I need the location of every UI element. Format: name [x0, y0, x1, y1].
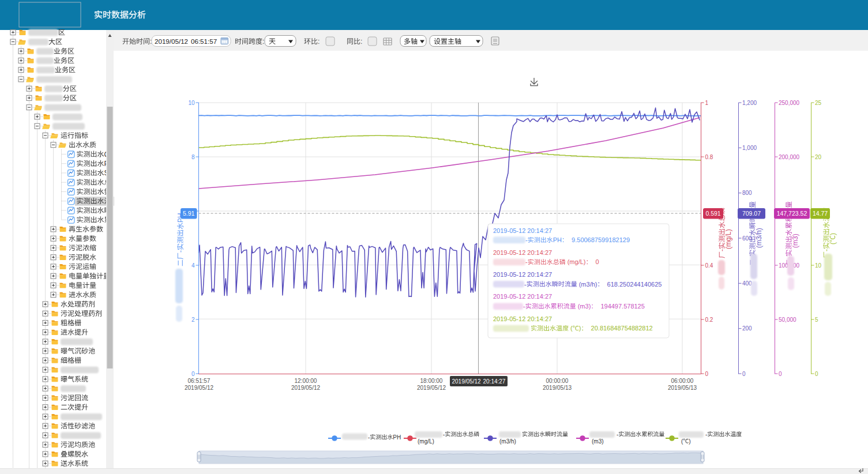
svg-text:-: -	[176, 250, 185, 253]
svg-text:50,000: 50,000	[779, 317, 796, 323]
svg-text:194497.578125: 194497.578125	[600, 303, 644, 310]
svg-text:8: 8	[191, 154, 195, 160]
svg-text:0: 0	[742, 371, 746, 377]
svg-text:(: (	[570, 325, 573, 332]
svg-text:18:00:00: 18:00:00	[420, 378, 443, 384]
svg-text:1,200: 1,200	[742, 100, 757, 106]
svg-text:2019/05/12: 2019/05/12	[452, 378, 481, 385]
svg-text:20:14:27: 20:14:27	[483, 378, 506, 385]
svg-text:-: -	[368, 434, 370, 441]
svg-text:20:14:27: 20:14:27	[527, 249, 552, 256]
svg-text:600: 600	[742, 235, 752, 242]
svg-text:(m3): (m3)	[592, 438, 604, 445]
svg-text:06:00:00: 06:00:00	[671, 378, 694, 384]
svg-text:200,000: 200,000	[779, 154, 800, 160]
svg-text:4: 4	[191, 262, 195, 269]
svg-text:618.250244140625: 618.250244140625	[607, 281, 662, 288]
svg-text:2: 2	[191, 317, 195, 323]
svg-text:200: 200	[742, 325, 752, 332]
svg-text::: :	[262, 37, 264, 46]
svg-text:12:00:00: 12:00:00	[295, 378, 317, 384]
svg-text:20: 20	[815, 154, 822, 160]
svg-text:-: -	[617, 431, 618, 438]
svg-text:(: (	[829, 242, 837, 244]
svg-text:0.2: 0.2	[705, 317, 713, 323]
svg-text::: :	[318, 37, 320, 46]
svg-text:2019/05/12: 2019/05/12	[291, 385, 320, 391]
svg-text:0: 0	[596, 258, 599, 265]
svg-text:): )	[579, 325, 581, 332]
svg-text:PH: PH	[553, 236, 562, 243]
svg-text:2019/05/13: 2019/05/13	[668, 385, 697, 391]
svg-text:0.591: 0.591	[705, 210, 720, 217]
svg-text:-: -	[443, 431, 445, 438]
svg-text:00:00:00: 00:00:00	[546, 378, 569, 384]
svg-text:25: 25	[815, 100, 822, 106]
svg-text:800: 800	[742, 190, 752, 196]
svg-text:-: -	[523, 303, 525, 310]
svg-text:(m3): (m3)	[791, 234, 799, 248]
svg-text:(mg/L): (mg/L)	[568, 258, 586, 265]
svg-text:(m3/h): (m3/h)	[499, 438, 516, 445]
svg-text:2019/05/13: 2019/05/13	[543, 385, 572, 391]
svg-text:(m3/h): (m3/h)	[579, 281, 598, 288]
svg-text:20:14:27: 20:14:27	[527, 315, 552, 322]
svg-text:10: 10	[188, 100, 195, 106]
svg-text:2019-05-12: 2019-05-12	[493, 271, 525, 278]
svg-text:): )	[689, 438, 690, 445]
svg-text:0.8: 0.8	[705, 154, 713, 160]
svg-text:(mg/L): (mg/L)	[418, 438, 434, 445]
svg-text:-: -	[525, 258, 528, 265]
svg-text:0.4: 0.4	[705, 262, 713, 269]
svg-text:2019-05-12: 2019-05-12	[493, 293, 525, 300]
svg-text:20:14:27: 20:14:27	[527, 271, 552, 278]
svg-text:709.07: 709.07	[742, 210, 761, 217]
svg-text:(mg/L): (mg/L)	[724, 229, 732, 249]
svg-text:-: -	[705, 431, 707, 438]
svg-text:-: -	[525, 236, 528, 243]
svg-text:0: 0	[705, 371, 709, 377]
svg-text:2019-05-12: 2019-05-12	[493, 227, 525, 234]
svg-text:0: 0	[191, 371, 195, 377]
svg-text:0: 0	[779, 371, 782, 377]
svg-text:(m3/h): (m3/h)	[755, 228, 763, 248]
svg-text:20:14:27: 20:14:27	[527, 293, 552, 300]
svg-text:250,000: 250,000	[779, 100, 800, 106]
svg-text:-: -	[524, 281, 527, 288]
svg-text:2019-05-12: 2019-05-12	[493, 315, 525, 322]
svg-text:147,723.52: 147,723.52	[777, 210, 807, 217]
svg-text:400: 400	[742, 280, 752, 287]
svg-text:2019-05-12: 2019-05-12	[493, 249, 525, 256]
svg-text:1,000: 1,000	[742, 145, 757, 151]
svg-text:2019/05/12: 2019/05/12	[155, 37, 188, 45]
svg-text:-: -	[822, 249, 831, 251]
svg-text:5: 5	[815, 317, 818, 323]
svg-text:PH: PH	[393, 434, 401, 441]
svg-text:(m3): (m3)	[578, 303, 591, 310]
svg-text:0: 0	[815, 371, 818, 377]
svg-text:5.91: 5.91	[183, 210, 195, 217]
svg-text:2019/05/12: 2019/05/12	[185, 385, 213, 391]
svg-text:10: 10	[815, 262, 822, 269]
svg-text:(: (	[681, 438, 683, 445]
svg-text:): )	[829, 233, 837, 235]
svg-text:06:51:57: 06:51:57	[188, 378, 211, 384]
svg-text:2019/05/12: 2019/05/12	[417, 385, 446, 391]
svg-text:9.500687599182129: 9.500687599182129	[572, 236, 630, 243]
svg-text::: :	[360, 37, 362, 46]
svg-text:20:14:27: 20:14:27	[527, 227, 552, 234]
svg-text:14.77: 14.77	[813, 210, 828, 217]
svg-text:1: 1	[705, 100, 709, 106]
svg-text:06:51:57: 06:51:57	[191, 37, 217, 45]
svg-text:20.816848754882812: 20.816848754882812	[591, 325, 653, 332]
